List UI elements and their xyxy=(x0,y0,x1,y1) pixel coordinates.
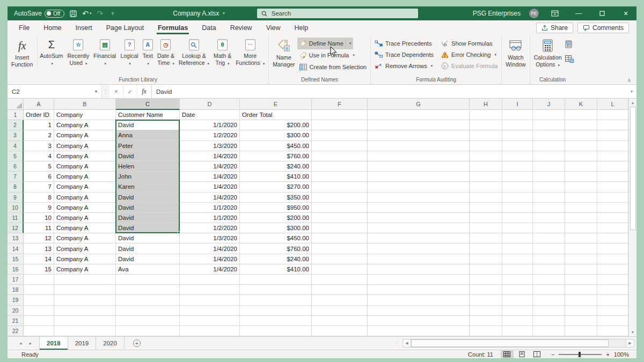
row-header-13[interactable]: 13 xyxy=(8,233,24,243)
cell-l6[interactable] xyxy=(597,161,628,172)
cell-d7[interactable]: 1/4/2020 xyxy=(180,172,240,182)
cell-a5[interactable]: 4 xyxy=(24,151,54,161)
zoom-in-button[interactable]: + xyxy=(606,351,609,358)
cell-h19[interactable] xyxy=(470,295,502,305)
cell-e2[interactable]: $200.00 xyxy=(240,120,312,130)
new-sheet-button[interactable]: + xyxy=(125,337,149,350)
row-header-9[interactable]: 9 xyxy=(8,193,24,203)
cell-a9[interactable]: 8 xyxy=(24,193,54,203)
cell-k19[interactable] xyxy=(565,295,597,305)
scroll-left-icon[interactable]: ◀ xyxy=(402,339,411,348)
confirm-entry-button[interactable]: ✓ xyxy=(123,85,137,98)
calculate-now-button[interactable] xyxy=(565,40,574,50)
name-box[interactable]: C2 ▾ xyxy=(8,85,102,98)
cell-h21[interactable] xyxy=(470,316,502,326)
cell-b7[interactable]: Company A xyxy=(54,172,116,182)
tab-page-layout[interactable]: Page Layout xyxy=(99,21,151,34)
cell-j12[interactable] xyxy=(533,223,565,233)
cell-a21[interactable] xyxy=(24,316,54,326)
cell-h13[interactable] xyxy=(470,233,502,243)
search-box[interactable] xyxy=(257,9,418,18)
cell-k9[interactable] xyxy=(565,193,597,203)
formula-input[interactable]: David xyxy=(151,85,627,98)
cell-c22[interactable] xyxy=(116,326,180,336)
formula-bar-expand-icon[interactable]: ▾ xyxy=(627,85,636,98)
page-layout-view-button[interactable] xyxy=(516,350,529,358)
show-formulas-button[interactable]: fx Show Formulas xyxy=(439,38,500,49)
cell-e18[interactable] xyxy=(240,285,312,295)
cell-h3[interactable] xyxy=(470,130,502,141)
use-in-formula-button[interactable]: fx Use in Formula ▾ xyxy=(297,49,369,61)
cell-a22[interactable] xyxy=(24,326,54,336)
vertical-scrollbar[interactable]: ▲ ▼ xyxy=(628,99,636,336)
cell-k1[interactable] xyxy=(565,110,597,120)
cell-j5[interactable] xyxy=(533,151,565,161)
cell-i12[interactable] xyxy=(502,223,533,233)
cell-j6[interactable] xyxy=(533,161,565,172)
cell-h18[interactable] xyxy=(470,285,502,295)
cell-e1[interactable]: Order Total xyxy=(240,110,312,120)
save-button[interactable] xyxy=(70,10,77,17)
cell-g9[interactable] xyxy=(368,193,470,203)
cell-a16[interactable]: 15 xyxy=(24,264,54,275)
select-all-corner[interactable] xyxy=(8,99,24,110)
cell-l18[interactable] xyxy=(597,285,628,295)
cell-g22[interactable] xyxy=(368,326,470,336)
cell-d10[interactable]: 1/1/2020 xyxy=(180,203,240,213)
cell-d1[interactable]: Date xyxy=(180,110,240,120)
cell-l9[interactable] xyxy=(597,193,628,203)
cell-i19[interactable] xyxy=(502,295,533,305)
tab-home[interactable]: Home xyxy=(36,21,68,34)
cell-e12[interactable]: $300.00 xyxy=(240,223,312,233)
row-header-7[interactable]: 7 xyxy=(8,172,24,182)
cell-j13[interactable] xyxy=(533,233,565,243)
cell-l4[interactable] xyxy=(597,141,628,151)
cell-j17[interactable] xyxy=(533,275,565,285)
column-header-a[interactable]: A xyxy=(24,99,54,110)
row-header-10[interactable]: 10 xyxy=(8,203,24,213)
cell-f10[interactable] xyxy=(312,203,368,213)
cell-f17[interactable] xyxy=(312,275,368,285)
cell-f22[interactable] xyxy=(312,326,368,336)
cell-b6[interactable]: Company A xyxy=(54,161,116,172)
cell-d16[interactable]: 1/4/2020 xyxy=(180,264,240,275)
cell-a10[interactable]: 9 xyxy=(24,203,54,213)
cell-l7[interactable] xyxy=(597,172,628,182)
cell-j20[interactable] xyxy=(533,306,565,316)
cell-e8[interactable]: $270.00 xyxy=(240,182,312,192)
cell-d20[interactable] xyxy=(180,306,240,316)
watch-window-button[interactable]: Watch Window xyxy=(503,36,528,68)
ribbon-button-more-functions[interactable]: ···MoreFunctions ▾ xyxy=(233,36,267,67)
scroll-up-icon[interactable]: ▲ xyxy=(629,99,636,107)
cell-g6[interactable] xyxy=(368,161,470,172)
cell-e15[interactable]: $240.00 xyxy=(240,254,312,264)
cell-c20[interactable] xyxy=(116,306,180,316)
cell-i16[interactable] xyxy=(502,264,533,275)
cell-g4[interactable] xyxy=(368,141,470,151)
cell-b18[interactable] xyxy=(54,285,116,295)
cell-a18[interactable] xyxy=(24,285,54,295)
cell-j1[interactable] xyxy=(533,110,565,120)
cell-d18[interactable] xyxy=(180,285,240,295)
cell-e16[interactable]: $410.00 xyxy=(240,264,312,275)
column-header-g[interactable]: G xyxy=(368,99,470,110)
cell-f12[interactable] xyxy=(312,223,368,233)
ribbon-button-financial[interactable]: ▤Financial▾ xyxy=(91,36,118,67)
cell-d9[interactable]: 1/4/2020 xyxy=(180,193,240,203)
cell-f3[interactable] xyxy=(312,130,368,141)
cell-k22[interactable] xyxy=(565,326,597,336)
cell-h10[interactable] xyxy=(470,203,502,213)
cell-f11[interactable] xyxy=(312,213,368,223)
cell-b4[interactable]: Company A xyxy=(54,141,116,151)
cell-c16[interactable]: Ava xyxy=(116,264,180,275)
cell-j10[interactable] xyxy=(533,203,565,213)
maximize-button[interactable] xyxy=(595,7,610,20)
autosave-switch[interactable]: Off xyxy=(45,10,64,18)
cell-d17[interactable] xyxy=(180,275,240,285)
cell-b8[interactable]: Company A xyxy=(54,182,116,192)
cell-a15[interactable]: 14 xyxy=(24,254,54,264)
cell-h1[interactable] xyxy=(470,110,502,120)
cell-l11[interactable] xyxy=(597,213,628,223)
cell-d13[interactable]: 1/3/2020 xyxy=(180,233,240,243)
cell-k8[interactable] xyxy=(565,182,597,192)
